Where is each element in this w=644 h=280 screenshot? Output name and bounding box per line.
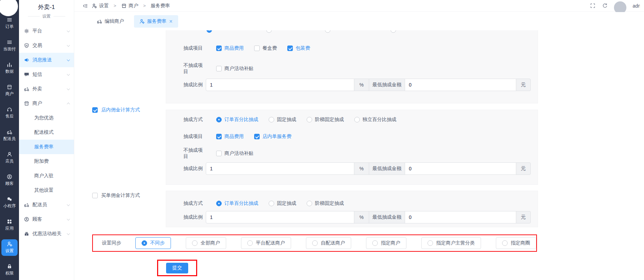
sidebar-item-surcharge[interactable]: 附加费 [19,154,74,169]
radio-order-percent[interactable]: 订单百分比抽成 [216,200,258,207]
option-label: 不同步 [150,240,165,246]
checkbox-checked-icon[interactable] [92,107,98,113]
sidebar-item-message-push[interactable]: 消息推送 [19,53,74,67]
radio-icon[interactable] [266,30,272,33]
sidebar-item-other-settings[interactable]: 其他设置 [19,183,74,198]
sidebar-item-promo[interactable]: 优惠活动相关 [19,227,74,241]
radio-selected-icon[interactable] [142,240,147,246]
sync-option-platform-delivery[interactable]: 平台配送商户 [241,237,291,249]
radio-tiered-fixed[interactable]: 阶梯固定抽成 [307,117,344,123]
sidebar-item-takeout[interactable]: 外卖 [19,82,74,96]
close-icon[interactable] [169,19,173,23]
sidebar-item-label: 其他设置 [34,187,54,193]
radio-icon[interactable] [307,117,312,122]
rail-item-apps[interactable]: 应用 [1,217,18,233]
sidebar-item-recommended[interactable]: 为您优选 [19,111,74,125]
rail-item-merchant[interactable]: 商户 [1,82,18,99]
store-commission-checkbox[interactable]: 店内佣金计算方式 [92,107,140,113]
radio-icon[interactable] [325,30,330,33]
radio-icon[interactable] [192,240,198,246]
checkbox-packing-fee[interactable]: 包装费 [287,45,310,51]
min-amount-input[interactable] [405,211,516,223]
checkbox-label: 买单佣金计算方式 [101,192,140,199]
checkbox-goods-fee[interactable]: 商品费用 [216,133,244,140]
sidebar-item-trade[interactable]: 交易 [19,38,74,53]
radio-icon[interactable] [427,240,433,246]
rail-item-miniapp[interactable]: 小程序 [1,194,18,211]
rail-item-orders[interactable]: 订单 [1,15,18,32]
radio-fixed[interactable]: 固定抽成 [269,117,296,123]
collapse-sidebar-icon[interactable] [83,3,88,9]
sync-option-specified-category[interactable]: 指定商户主营分类 [421,237,481,249]
radio-independent-percent[interactable]: 独立百分比抽成 [354,117,396,123]
radio-icon[interactable] [269,117,274,122]
checkbox-goods-fee[interactable]: 商品费用 [216,45,244,51]
sidebar-section-label: 设置 [19,13,74,19]
checkbox-checked-icon[interactable] [216,46,222,51]
sidebar-item-service-rate[interactable]: 服务费率 [19,140,74,154]
radio-selected-icon[interactable] [216,117,222,122]
radio-icon[interactable] [502,240,508,246]
sidebar-item-merchant[interactable]: 商户 [19,96,74,111]
sidebar-item-courier[interactable]: 配送员 [19,198,74,212]
rail-item-courier[interactable]: 配送员 [1,127,18,144]
ratio-input[interactable] [206,211,354,223]
rail-item-permissions[interactable]: 权限 [1,262,18,278]
radio-icon[interactable] [372,240,378,246]
rail-item-data[interactable]: 数据 [1,60,18,77]
min-amount-input[interactable] [405,79,516,91]
submit-button[interactable]: 提交 [166,263,188,273]
radio-fixed[interactable]: 固定抽成 [269,200,296,207]
min-amount-input[interactable] [405,162,516,175]
order-commission-checkbox[interactable]: 买单佣金计算方式 [92,192,140,199]
sidebar-item-platform[interactable]: 平台 [19,24,74,38]
rail-item-facepay[interactable]: 当面付 [1,38,18,54]
radio-icon[interactable] [312,240,318,246]
ratio-input[interactable] [206,79,354,91]
refresh-icon[interactable] [602,3,608,9]
tab-edit-merchant[interactable]: 编辑商户 [92,15,129,28]
radio-selected-icon[interactable] [216,201,222,206]
checkbox-checked-icon[interactable] [254,134,260,139]
checkbox-mealbox-fee[interactable]: 餐盒费 [254,45,277,51]
percent-addon: % [354,211,369,223]
radio-icon[interactable] [354,117,360,122]
radio-icon[interactable] [307,201,312,206]
checkbox-checked-icon[interactable] [287,46,293,51]
ratio-input[interactable] [206,162,354,175]
sync-option-specified-merchant[interactable]: 指定商户 [366,237,406,249]
rail-item-aftersale[interactable]: 售后 [1,105,18,121]
checkbox-merchant-subsidy[interactable]: 商户活动补贴 [216,150,253,157]
radio-icon[interactable] [247,240,253,246]
fullscreen-icon[interactable] [590,3,596,9]
sync-option-specified-district[interactable]: 指定商圈 [496,237,536,249]
rail-item-staff[interactable]: 店员 [1,150,18,166]
radio-tiered-fixed[interactable]: 阶梯固定抽成 [307,200,344,207]
radio-icon[interactable] [269,201,274,206]
sidebar-item-delivery-mode[interactable]: 配送模式 [19,125,74,140]
radio-icon[interactable] [206,30,212,33]
sidebar-item-sms[interactable]: 短信 [19,67,74,82]
breadcrumb-merchant[interactable]: 商户 [121,3,138,9]
checkbox-unchecked-icon[interactable] [254,46,260,51]
checkbox-merchant-subsidy[interactable]: 商户活动补贴 [216,66,253,72]
sidebar-item-merchant-entry[interactable]: 商户入驻 [19,169,74,183]
radio-order-percent[interactable]: 订单百分比抽成 [216,117,258,123]
checkbox-checked-icon[interactable] [216,134,222,139]
sidebar-item-customer[interactable]: 顾客 [19,212,74,227]
checkbox-unchecked-icon[interactable] [216,66,222,71]
checkbox-unchecked-icon[interactable] [92,193,98,198]
chevron-down-icon [67,87,70,90]
tab-service-rate[interactable]: 服务费率 [134,15,178,28]
service-rate-form: 店内佣金计算方式 买单佣金计算方式 抽成项目 商品费用 餐盒费 包装费 不抽成项… [74,30,644,280]
checkbox-unchecked-icon[interactable] [216,151,222,156]
sync-option-all-merchants[interactable]: 全部商户 [186,237,226,249]
rail-item-settings[interactable]: 设置 [1,239,18,256]
sync-option-no-sync[interactable]: 不同步 [135,237,171,249]
option-label: 固定抽成 [277,200,296,207]
sync-option-self-delivery[interactable]: 自配送商户 [306,237,351,249]
radio-icon[interactable] [391,30,396,33]
breadcrumb-settings[interactable]: 设置 [92,3,109,9]
rail-item-customer[interactable]: 顾客 [1,172,18,189]
checkbox-instore-service-fee[interactable]: 店内单服务费 [254,133,291,140]
